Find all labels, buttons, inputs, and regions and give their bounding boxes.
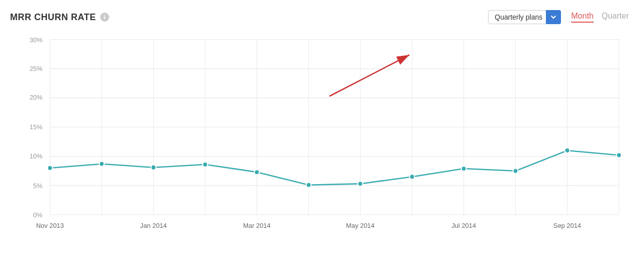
data-point-10[interactable] [565,148,570,153]
chart-line [50,150,619,185]
svg-text:Mar 2014: Mar 2014 [243,221,270,229]
data-point-8[interactable] [461,166,466,171]
svg-text:30%: 30% [30,36,43,43]
svg-text:25%: 25% [30,65,43,72]
data-point-0[interactable] [47,165,52,171]
svg-text:20%: 20% [30,94,43,101]
data-point-3[interactable] [203,162,208,167]
data-point-2[interactable] [151,165,156,170]
chart-header: MRR CHURN RATE i Quarterly plans Monthly… [10,10,629,24]
plan-select[interactable]: Quarterly plans Monthly plans Annual pla… [488,10,561,24]
data-point-7[interactable] [410,174,415,179]
controls-area: Quarterly plans Monthly plans Annual pla… [488,10,629,24]
chart-svg: 0% 5% 10% 15% 20% 25% 30% [10,29,629,235]
plan-select-wrapper: Quarterly plans Monthly plans Annual pla… [488,10,561,24]
svg-text:15%: 15% [30,123,43,131]
tab-group: Month Quarter [571,12,629,23]
arrow-annotation [330,55,410,96]
svg-text:Jul 2014: Jul 2014 [451,221,476,229]
tab-month[interactable]: Month [571,12,593,23]
data-point-9[interactable] [513,168,518,174]
chart-area: 0% 5% 10% 15% 20% 25% 30% [10,29,629,235]
svg-text:Nov 2013: Nov 2013 [36,221,64,229]
svg-text:0%: 0% [33,211,43,219]
tab-quarter[interactable]: Quarter [602,12,629,23]
svg-text:Sep 2014: Sep 2014 [553,221,581,229]
title-area: MRR CHURN RATE i [10,12,109,23]
data-point-5[interactable] [306,183,311,188]
page-container: MRR CHURN RATE i Quarterly plans Monthly… [0,0,644,255]
chart-title: MRR CHURN RATE [10,12,96,23]
info-icon[interactable]: i [100,13,109,22]
svg-text:Jan 2014: Jan 2014 [140,221,167,229]
data-point-4[interactable] [255,169,260,175]
data-point-6[interactable] [358,181,363,186]
data-point-1[interactable] [99,161,104,166]
svg-text:10%: 10% [30,152,43,160]
data-point-11[interactable] [616,152,621,157]
svg-text:5%: 5% [33,182,43,190]
svg-text:May 2014: May 2014 [346,221,375,229]
